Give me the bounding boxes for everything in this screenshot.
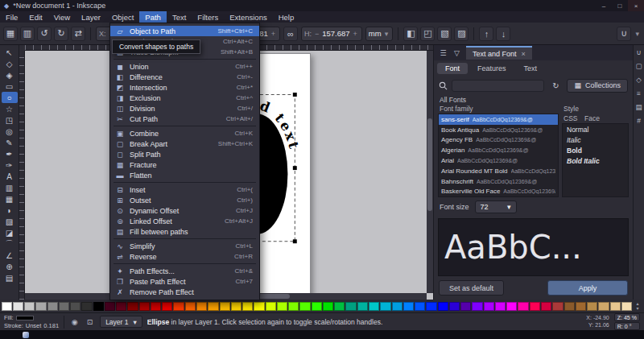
refresh-icon[interactable]: ↻ <box>548 79 563 92</box>
menu-view[interactable]: View <box>48 11 76 23</box>
snap-caret-icon[interactable]: ▾ <box>634 30 641 38</box>
rotate-ccw-icon[interactable]: ↺ <box>37 27 52 41</box>
difference-menu-item[interactable]: ◧DifferenceCtrl+- <box>110 72 259 82</box>
menu-help[interactable]: Help <box>273 11 300 23</box>
lower-icon[interactable]: ↓ <box>496 27 510 41</box>
remove-path-effect-menu-item[interactable]: ✗Remove Path Effect <box>110 287 259 297</box>
text-tool[interactable]: A <box>2 171 18 182</box>
snap-page-icon[interactable]: ▤ <box>634 102 644 112</box>
maximize-button[interactable]: □ <box>612 0 628 11</box>
eraser-tool[interactable]: ◪ <box>2 227 18 238</box>
palette-swatch-25[interactable] <box>288 302 299 311</box>
palette-swatch-16[interactable] <box>185 302 196 311</box>
palette-swatch-29[interactable] <box>334 302 345 311</box>
font-row-baskerville-old-face[interactable]: Baskerville Old FaceAaBbCcDdQq12369&@ <box>439 187 558 197</box>
tab-font[interactable]: Font <box>437 63 468 74</box>
star-tool[interactable]: ☆ <box>2 103 18 114</box>
node-tool[interactable]: ◇ <box>2 58 18 69</box>
palette-swatch-42[interactable] <box>484 302 494 311</box>
selector-tool[interactable]: ↖ <box>2 47 18 58</box>
bezier-tool[interactable]: ✒ <box>2 148 18 159</box>
palette-swatch-37[interactable] <box>426 302 436 311</box>
dynamic-offset-menu-item[interactable]: ⊙Dynamic OffsetCtrl+J <box>110 205 259 216</box>
palette-swatch-13[interactable] <box>151 302 161 311</box>
palette-swatch-7[interactable] <box>81 302 92 311</box>
search-icon[interactable] <box>439 81 448 90</box>
style-bold[interactable]: Bold <box>563 145 628 155</box>
inset-menu-item[interactable]: ⊟InsetCtrl+( <box>110 184 259 195</box>
style-italic[interactable]: Italic <box>563 134 628 145</box>
menu-text[interactable]: Text <box>167 11 192 23</box>
menu-object[interactable]: Object <box>106 11 139 23</box>
lock-ratio-icon[interactable]: ∞ <box>283 27 298 41</box>
vertical-ruler[interactable] <box>19 51 25 300</box>
palette-swatch-20[interactable] <box>231 302 242 311</box>
palette-swatch-4[interactable] <box>47 302 58 311</box>
pencil-tool[interactable]: ✎ <box>2 137 18 148</box>
style-bold-italic[interactable]: Bold Italic <box>563 155 628 166</box>
paint-bucket-tool[interactable]: ▨ <box>2 216 18 227</box>
combine-menu-item[interactable]: ▣CombineCtrl+K <box>110 128 259 138</box>
palette-swatch-26[interactable] <box>299 302 310 311</box>
fill-stroke-indicator[interactable]: Fill: Stroke: Unset 0.181 <box>4 315 59 329</box>
outset-menu-item[interactable]: ⊞OutsetCtrl+) <box>110 195 259 205</box>
palette-scrollbar[interactable]: ▴▾ <box>633 300 643 312</box>
palette-swatch-14[interactable] <box>162 302 172 311</box>
font-row-algerian[interactable]: AlgerianAaBbCcDdQq12369&@ <box>439 145 558 155</box>
palette-swatch-2[interactable] <box>24 302 35 311</box>
union-menu-item[interactable]: ◼UnionCtrl++ <box>110 61 259 72</box>
palette-swatch-10[interactable] <box>116 302 126 311</box>
palette-swatch-5[interactable] <box>59 302 69 311</box>
palette-swatch-17[interactable] <box>196 302 207 311</box>
simplify-menu-item[interactable]: ∿SimplifyCtrl+L <box>110 241 259 251</box>
palette-swatch-12[interactable] <box>139 302 150 311</box>
collection-filter-label[interactable]: All Fonts <box>434 94 633 105</box>
palette-swatch-39[interactable] <box>449 302 460 311</box>
collections-button[interactable]: ▦ Collections <box>567 79 628 93</box>
paste-path-effect-menu-item[interactable]: ❐Paste Path EffectCtrl+7 <box>110 276 259 287</box>
menu-path[interactable]: Path <box>139 11 167 23</box>
snap-controls-button[interactable]: ∪ <box>617 27 631 41</box>
palette-swatch-1[interactable] <box>13 302 23 311</box>
ellipse-tool[interactable]: ○ <box>2 92 18 103</box>
font-row-agency-fb[interactable]: Agency FBAaBbCcDdQq12369&@ <box>439 135 558 146</box>
division-menu-item[interactable]: ◫DivisionCtrl+/ <box>110 103 259 114</box>
menu-file[interactable]: File <box>0 11 23 23</box>
h-field[interactable]: H:−157.687+ <box>301 27 362 41</box>
font-search-input[interactable] <box>452 80 544 92</box>
exclusion-menu-item[interactable]: ◨ExclusionCtrl+^ <box>110 93 259 103</box>
flip-horizontal-icon[interactable]: ⇄ <box>71 27 85 41</box>
palette-swatch-54[interactable] <box>621 302 632 311</box>
palette-swatch-40[interactable] <box>460 302 471 311</box>
units-dropdown[interactable]: mm▾ <box>365 27 394 41</box>
fill-between-paths-menu-item[interactable]: ▤Fill between paths <box>110 226 259 237</box>
break-apart-menu-item[interactable]: ▢Break ApartShift+Ctrl+K <box>110 138 259 149</box>
set-as-default-button[interactable]: Set as default <box>439 280 504 296</box>
palette-swatch-0[interactable] <box>2 302 12 311</box>
vertical-scrollbar[interactable] <box>427 51 433 293</box>
palette-swatch-50[interactable] <box>576 302 586 311</box>
layer-selector[interactable]: Layer 1 ▾ <box>100 316 142 328</box>
split-path-menu-item[interactable]: ◻Split Path <box>110 149 259 159</box>
box-3d-tool[interactable]: ◳ <box>2 114 18 126</box>
vertical-scrollbar-thumb[interactable] <box>427 118 432 210</box>
flatten-menu-item[interactable]: ▬Flatten <box>110 170 259 180</box>
snap-alignment-icon[interactable]: ≡ <box>634 89 644 98</box>
calligraphy-tool[interactable]: ✑ <box>2 159 18 171</box>
w-increment[interactable]: + <box>270 30 277 38</box>
palette-swatch-51[interactable] <box>587 302 597 311</box>
palette-swatch-46[interactable] <box>530 302 540 311</box>
menu-layer[interactable]: Layer <box>76 11 106 23</box>
intersection-menu-item[interactable]: ◩IntersectionCtrl+* <box>110 82 259 93</box>
font-row-sans-serif[interactable]: sans-serifAaBbCcDdQq12369&@ <box>439 114 558 125</box>
palette-swatch-3[interactable] <box>35 302 46 311</box>
rectangle-tool[interactable]: ▭ <box>2 81 18 92</box>
style-normal[interactable]: Normal <box>563 124 628 134</box>
select-touching-icon[interactable]: ▥ <box>20 27 35 41</box>
zoom-tool[interactable]: ⊕ <box>2 261 18 272</box>
scale-corners-toggle-icon[interactable]: ◰ <box>420 27 435 41</box>
linked-offset-menu-item[interactable]: ⊚Linked OffsetCtrl+Alt+J <box>110 216 259 226</box>
taskbar-app-icon[interactable] <box>23 332 29 338</box>
palette-swatch-45[interactable] <box>518 302 528 311</box>
palette-swatch-38[interactable] <box>438 302 448 311</box>
